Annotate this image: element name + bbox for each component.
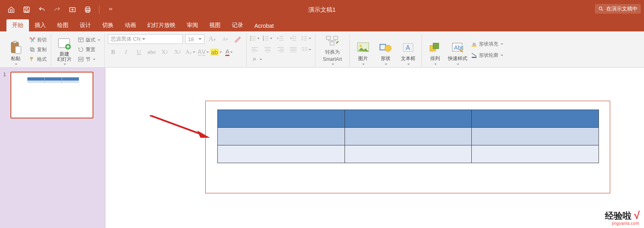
svg-point-17 [250, 36, 251, 37]
decrease-indent-button[interactable] [276, 34, 285, 43]
group-smartart: 转换为 SmartArt [316, 33, 350, 66]
tab-design[interactable]: 设计 [74, 19, 97, 31]
tab-view[interactable]: 视图 [204, 19, 226, 31]
undo-icon[interactable] [38, 6, 46, 14]
bold-button[interactable]: B [108, 47, 118, 57]
watermark: 经验啦 √ jingyanla.com [605, 209, 639, 226]
new-slide-button[interactable]: 新建 幻灯片 [54, 34, 74, 65]
arrange-button[interactable]: 排列 [425, 34, 445, 65]
shape-outline-label: 形状轮廓 [479, 52, 498, 59]
layout-icon [78, 37, 84, 43]
tab-insert[interactable]: 插入 [29, 19, 52, 31]
shapes-icon [379, 41, 392, 54]
shape-fill-button[interactable]: 形状填充 [470, 39, 504, 48]
text-direction-button[interactable]: |A [252, 55, 262, 64]
shapes-button[interactable]: 形状 [376, 34, 396, 65]
font-color-button[interactable]: A [224, 47, 234, 57]
ribbon: 粘贴 ✂️剪切 复制 格式 新建 幻灯片 版式 重置 节 思源 [0, 31, 644, 68]
highlight-button[interactable]: ab [211, 47, 221, 57]
italic-button[interactable]: I [121, 47, 131, 57]
copy-button[interactable]: 复制 [28, 45, 47, 54]
table-row[interactable] [218, 145, 599, 163]
print-icon[interactable] [84, 6, 92, 14]
redo-icon[interactable] [53, 6, 61, 14]
paste-button[interactable]: 粘贴 [6, 34, 26, 65]
group-clipboard: 粘贴 ✂️剪切 复制 格式 [2, 33, 51, 66]
bullets-button[interactable] [250, 34, 260, 43]
group-insert: 图片 形状 A 文本框 [350, 33, 422, 66]
superscript-button[interactable]: X2 [159, 47, 170, 57]
table-row[interactable] [218, 110, 599, 128]
font-size-combo[interactable]: 18 [185, 34, 204, 44]
tab-home[interactable]: 开始 [6, 19, 29, 31]
increase-indent-button[interactable] [289, 34, 298, 43]
strike-button[interactable]: abc [147, 47, 157, 57]
slide-number: 1 [3, 72, 8, 118]
shapes-label: 形状 [381, 55, 390, 62]
svg-rect-35 [433, 43, 439, 49]
format-painter-button[interactable]: 格式 [28, 55, 47, 64]
textbox-icon: A [401, 41, 415, 54]
svg-rect-26 [334, 36, 338, 39]
svg-rect-25 [326, 36, 330, 39]
cut-label: 剪切 [37, 37, 47, 44]
slide-thumbnail-1[interactable]: 1 [3, 72, 102, 118]
svg-text:3: 3 [263, 39, 264, 41]
shape-outline-button[interactable]: 形状轮廓 [470, 51, 504, 60]
align-right-button[interactable] [276, 45, 285, 54]
tab-slideshow[interactable]: 幻灯片放映 [142, 19, 181, 31]
numbering-button[interactable]: 123 [263, 34, 272, 43]
reset-button[interactable]: 重置 [77, 45, 101, 54]
group-slides: 新建 幻灯片 版式 重置 节 [51, 33, 105, 66]
underline-button[interactable]: U [134, 47, 144, 57]
new-slide-icon[interactable] [68, 6, 76, 14]
tab-transitions[interactable]: 切换 [97, 19, 119, 31]
customize-qat-icon[interactable] [107, 6, 115, 14]
slide-canvas[interactable]: 经验啦 √ jingyanla.com [105, 68, 644, 228]
char-spacing-button[interactable]: A̲V̲ [198, 47, 208, 57]
columns-button[interactable] [301, 45, 311, 54]
svg-point-31 [385, 45, 391, 52]
annotation-arrow-icon [150, 115, 210, 139]
svg-rect-10 [31, 49, 34, 52]
align-left-button[interactable] [250, 45, 260, 54]
chevron-down-icon [142, 38, 145, 41]
increase-font-button[interactable]: A▴ [207, 34, 217, 44]
convert-smartart-button[interactable]: 转换为 SmartArt [319, 34, 346, 65]
change-case-button[interactable]: Aᵥ [185, 47, 196, 57]
picture-label: 图片 [358, 55, 368, 62]
justify-button[interactable] [289, 45, 298, 54]
cut-button[interactable]: ✂️剪切 [28, 35, 47, 44]
clear-format-button[interactable] [233, 34, 243, 44]
picture-button[interactable]: 图片 [353, 34, 373, 65]
svg-rect-8 [13, 41, 17, 43]
section-button[interactable]: 节 [77, 55, 101, 64]
slide-thumbnails-panel[interactable]: 1 [0, 68, 105, 228]
quick-styles-icon: Abc [451, 41, 464, 54]
search-box[interactable]: 在演示文稿中 [595, 4, 641, 14]
svg-rect-14 [78, 38, 83, 42]
qat-separator [99, 6, 99, 14]
title-bar: 演示文稿1 在演示文稿中 [0, 0, 644, 19]
table-row[interactable] [218, 128, 599, 145]
decrease-font-button[interactable]: A▾ [220, 34, 230, 44]
watermark-brand: 经验啦 [605, 211, 632, 221]
slide-table[interactable] [217, 110, 599, 163]
tab-draw[interactable]: 绘图 [52, 19, 74, 31]
font-name-combo[interactable]: 思源黑体 CN [108, 34, 183, 44]
line-spacing-button[interactable] [301, 34, 311, 43]
home-icon[interactable] [7, 6, 15, 14]
subscript-button[interactable]: X2 [172, 47, 183, 57]
tab-review[interactable]: 审阅 [181, 19, 204, 31]
save-icon[interactable] [23, 6, 31, 14]
svg-point-18 [250, 38, 251, 39]
quick-styles-button[interactable]: Abc 快速样式 [448, 34, 468, 65]
tab-record[interactable]: 记录 [226, 19, 249, 31]
align-center-button[interactable] [263, 45, 272, 54]
font-name-value: 思源黑体 CN [111, 35, 140, 43]
tab-animations[interactable]: 动画 [119, 19, 142, 31]
tab-acrobat[interactable]: Acrobat [249, 20, 279, 31]
layout-button[interactable]: 版式 [77, 35, 101, 44]
textbox-button[interactable]: A 文本框 [398, 34, 418, 65]
smartart-label: SmartArt [323, 56, 342, 62]
